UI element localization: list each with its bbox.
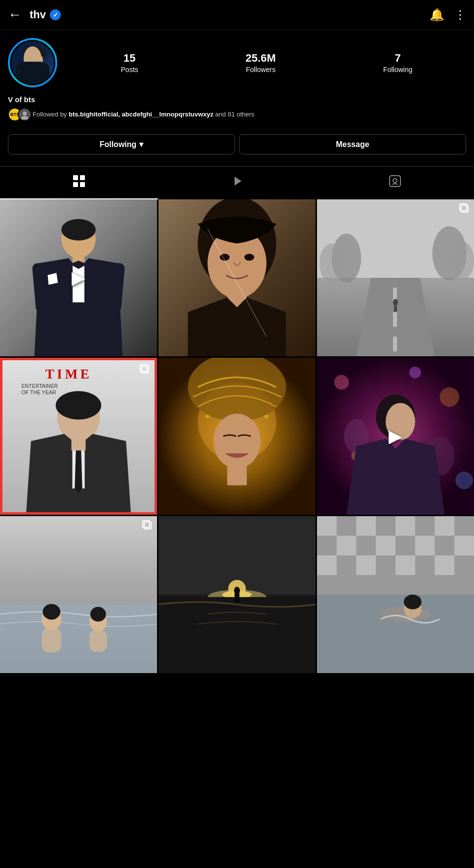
posts-count: 15 xyxy=(123,52,135,65)
followers-label: Followers xyxy=(246,66,276,74)
username-container: thv ✓ xyxy=(30,8,430,21)
multi-image-icon-7 xyxy=(142,520,153,533)
notification-bell-icon[interactable]: 🔔 xyxy=(430,8,444,22)
grid-item-2-image xyxy=(158,199,316,356)
grid-item-9[interactable] xyxy=(317,516,474,673)
grid-item-7[interactable] xyxy=(0,516,157,673)
svg-point-81 xyxy=(90,607,106,622)
tab-reels[interactable] xyxy=(158,167,316,199)
profile-section: 15 Posts 25.6M Followers 7 Following xyxy=(0,30,474,87)
grid-item-5-image xyxy=(158,358,316,515)
username-text: thv xyxy=(30,8,46,21)
multi-icon-4-svg xyxy=(140,364,151,375)
play-icon-6: ▶ xyxy=(389,426,402,447)
grid-tab-icon xyxy=(73,175,85,188)
multi-icon-7-svg xyxy=(142,520,153,531)
profile-top: 15 Posts 25.6M Followers 7 Following xyxy=(8,38,466,87)
following-count: 7 xyxy=(395,52,401,65)
grid-item-8-image xyxy=(158,516,316,673)
grid-item-4-image: TIME ENTERTAINER OF THE YEAR xyxy=(2,360,155,512)
stat-posts[interactable]: 15 Posts xyxy=(121,52,138,74)
grid-item-8[interactable] xyxy=(158,516,316,673)
svg-rect-16 xyxy=(390,176,400,187)
following-button[interactable]: Following ▾ xyxy=(8,134,235,154)
svg-point-9 xyxy=(23,112,27,115)
stat-followers[interactable]: 25.6M Followers xyxy=(245,52,276,74)
svg-rect-103 xyxy=(317,556,337,575)
multi-icon-svg xyxy=(459,203,470,214)
svg-marker-15 xyxy=(235,177,241,186)
grid-icon xyxy=(73,175,85,190)
svg-point-3 xyxy=(23,46,45,58)
verified-badge: ✓ xyxy=(50,9,61,20)
svg-rect-36 xyxy=(393,337,397,351)
bio-section: V of bts BTS Followed by bts.bighitoffic… xyxy=(0,95,474,134)
svg-rect-14 xyxy=(80,182,85,187)
svg-point-63 xyxy=(213,414,260,468)
svg-point-2 xyxy=(25,50,43,70)
grid-item-9-image xyxy=(317,516,474,673)
svg-rect-35 xyxy=(393,312,397,327)
following-label: Following xyxy=(383,66,412,74)
tagged-icon xyxy=(389,175,401,190)
followed-by-names: bts.bighitofficial, abcdefghi__lmnopqrst… xyxy=(69,111,213,118)
posts-label: Posts xyxy=(121,66,138,74)
svg-text:ENTERTAINER: ENTERTAINER xyxy=(22,383,58,389)
svg-point-7 xyxy=(36,59,39,62)
stat-following[interactable]: 7 Following xyxy=(383,52,412,74)
message-button[interactable]: Message xyxy=(239,134,466,154)
tab-tagged[interactable] xyxy=(316,167,474,199)
grid-item-6[interactable]: ▶ xyxy=(317,358,474,515)
svg-rect-11 xyxy=(73,175,78,180)
header: ← thv ✓ 🔔 ⋮ xyxy=(0,0,474,30)
avatar-container[interactable] xyxy=(8,38,57,87)
follower-avatar-person xyxy=(18,108,32,121)
followed-by-text: Followed by bts.bighitofficial, abcdefgh… xyxy=(33,110,254,119)
back-button[interactable]: ← xyxy=(8,7,22,23)
svg-rect-79 xyxy=(41,628,61,653)
svg-rect-97 xyxy=(395,516,415,536)
avatar-image xyxy=(11,41,54,84)
stats-container: 15 Posts 25.6M Followers 7 Following xyxy=(67,52,466,74)
svg-rect-4 xyxy=(31,68,37,74)
svg-rect-52 xyxy=(72,439,86,451)
reels-tab-icon xyxy=(231,175,243,188)
svg-rect-98 xyxy=(435,516,455,536)
svg-rect-96 xyxy=(356,516,376,536)
svg-point-50 xyxy=(56,391,101,420)
svg-rect-106 xyxy=(435,556,455,575)
followers-count: 25.6M xyxy=(245,52,276,65)
svg-point-70 xyxy=(455,472,473,490)
svg-rect-101 xyxy=(415,536,435,556)
svg-point-40 xyxy=(449,241,474,280)
svg-point-110 xyxy=(404,595,422,609)
tab-grid[interactable] xyxy=(0,167,158,199)
svg-rect-105 xyxy=(395,556,415,575)
svg-rect-102 xyxy=(454,536,474,556)
svg-point-91 xyxy=(234,587,240,595)
multi-image-icon xyxy=(459,203,470,217)
reels-icon xyxy=(231,175,243,190)
grid-item-3-image xyxy=(317,199,474,356)
tabs-section xyxy=(0,166,474,199)
svg-rect-0 xyxy=(11,41,54,84)
grid-item-3[interactable] xyxy=(317,199,474,356)
avatar-ring xyxy=(8,38,57,87)
svg-rect-90 xyxy=(158,597,316,673)
svg-point-17 xyxy=(393,179,397,183)
svg-point-78 xyxy=(42,604,60,620)
grid-item-5[interactable] xyxy=(158,358,316,515)
svg-text:OF THE YEAR: OF THE YEAR xyxy=(22,389,57,395)
svg-point-30 xyxy=(244,254,254,261)
grid-item-4[interactable]: TIME ENTERTAINER OF THE YEAR xyxy=(0,358,157,515)
grid-item-1[interactable]: ▶ xyxy=(0,199,157,356)
follower-person-svg xyxy=(20,110,30,119)
grid-section: ▶ xyxy=(0,199,474,673)
more-options-icon[interactable]: ⋮ xyxy=(454,8,466,22)
svg-rect-82 xyxy=(89,630,107,652)
svg-rect-64 xyxy=(227,466,247,486)
svg-rect-92 xyxy=(235,594,239,603)
grid-item-2[interactable] xyxy=(158,199,316,356)
svg-rect-42 xyxy=(394,306,397,312)
svg-rect-104 xyxy=(356,556,376,575)
